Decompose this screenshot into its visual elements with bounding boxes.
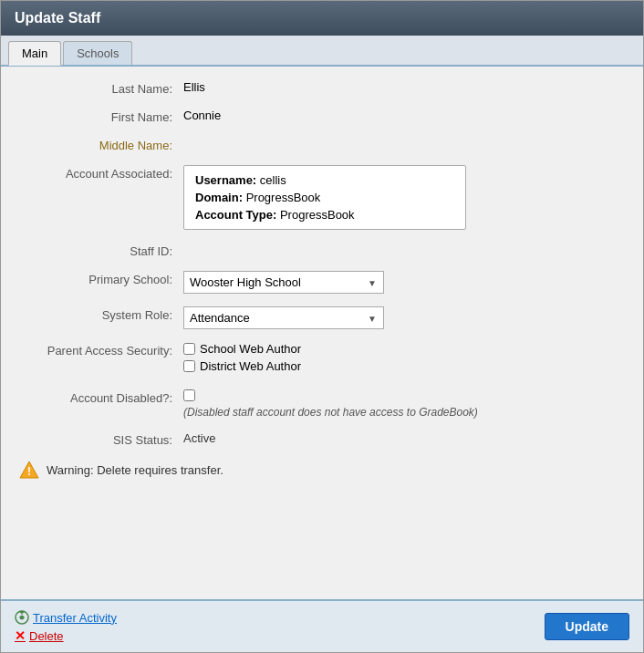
domain-value: ProgressBook	[246, 191, 321, 204]
account-disabled-row: Account Disabled?: (Disabled staff accou…	[19, 389, 625, 419]
district-web-author-row: District Web Author	[183, 359, 625, 373]
sis-status-row: SIS Status: Active	[19, 431, 625, 447]
middle-name-label: Middle Name:	[19, 137, 183, 152]
account-type: Account Type: ProgressBook	[195, 208, 454, 222]
account-disabled-note: (Disabled staff account does not have ac…	[183, 406, 625, 419]
delete-label: Delete	[29, 629, 64, 643]
form-content: Last Name: Ellis First Name: Connie Midd…	[1, 67, 643, 599]
warning-row: ! Warning: Delete requires transfer.	[19, 460, 625, 480]
transfer-label: Transfer Activity	[33, 611, 117, 625]
parent-access-label: Parent Access Security:	[19, 342, 183, 358]
warning-text: Warning: Delete requires transfer.	[47, 463, 223, 477]
footer-left: Transfer Activity ✕ Delete	[15, 610, 117, 643]
first-name-label: First Name:	[19, 109, 183, 124]
account-type-value: ProgressBook	[280, 208, 355, 222]
system-role-wrapper: Attendance	[183, 306, 625, 329]
account-disabled-label: Account Disabled?:	[19, 389, 183, 405]
tab-schools[interactable]: Schools	[63, 41, 132, 65]
staff-id-row: Staff ID:	[19, 243, 625, 258]
account-domain: Domain: ProgressBook	[195, 191, 454, 204]
school-web-author-label: School Web Author	[200, 342, 301, 356]
transfer-icon	[15, 610, 29, 625]
primary-school-row: Primary School: Wooster High School	[19, 271, 625, 294]
delete-link[interactable]: ✕ Delete	[15, 628, 117, 643]
school-web-author-row: School Web Author	[183, 342, 625, 356]
first-name-value: Connie	[183, 109, 625, 122]
username-value: cellis	[260, 173, 286, 187]
delete-icon: ✕	[15, 628, 26, 643]
system-role-row: System Role: Attendance	[19, 306, 625, 329]
parent-access-row: Parent Access Security: School Web Autho…	[19, 342, 625, 377]
system-role-select-wrapper: Attendance	[183, 306, 384, 329]
title-bar: Update Staff	[1, 1, 643, 36]
account-associated-label: Account Associated:	[19, 165, 183, 181]
account-associated-row: Account Associated: Username: cellis Dom…	[19, 165, 625, 230]
account-disabled-checkbox[interactable]	[183, 389, 195, 401]
warning-icon: !	[19, 460, 39, 480]
primary-school-label: Primary School:	[19, 271, 183, 286]
first-name-row: First Name: Connie	[19, 109, 625, 124]
primary-school-select[interactable]: Wooster High School	[183, 271, 384, 294]
sis-status-value: Active	[183, 431, 625, 445]
school-web-author-checkbox[interactable]	[183, 343, 195, 355]
primary-school-wrapper: Wooster High School	[183, 271, 625, 294]
district-web-author-label: District Web Author	[200, 359, 301, 373]
account-type-label: Account Type:	[195, 208, 276, 222]
sis-status-label: SIS Status:	[19, 431, 183, 447]
tab-bar: Main Schools	[1, 36, 643, 67]
primary-school-select-wrapper: Wooster High School	[183, 271, 384, 294]
system-role-label: System Role:	[19, 306, 183, 322]
staff-id-label: Staff ID:	[19, 243, 183, 258]
domain-label: Domain:	[195, 191, 243, 204]
last-name-value: Ellis	[183, 80, 625, 94]
system-role-select[interactable]: Attendance	[183, 306, 384, 329]
account-disabled-wrapper: (Disabled staff account does not have ac…	[183, 389, 625, 419]
last-name-label: Last Name:	[19, 80, 183, 96]
tab-main[interactable]: Main	[8, 41, 61, 66]
footer: Transfer Activity ✕ Delete Update	[1, 599, 643, 652]
account-box: Username: cellis Domain: ProgressBook Ac…	[183, 165, 466, 230]
update-button[interactable]: Update	[545, 613, 629, 640]
main-window: Update Staff Main Schools Last Name: Ell…	[0, 0, 644, 653]
account-username: Username: cellis	[195, 173, 454, 187]
transfer-activity-link[interactable]: Transfer Activity	[15, 610, 117, 625]
middle-name-row: Middle Name:	[19, 137, 625, 152]
account-box-wrapper: Username: cellis Domain: ProgressBook Ac…	[183, 165, 625, 230]
last-name-row: Last Name: Ellis	[19, 80, 625, 96]
window-title: Update Staff	[15, 10, 100, 26]
username-label: Username:	[195, 173, 256, 187]
parent-access-checkboxes: School Web Author District Web Author	[183, 342, 625, 377]
svg-text:!: !	[27, 465, 31, 478]
district-web-author-checkbox[interactable]	[183, 360, 195, 372]
